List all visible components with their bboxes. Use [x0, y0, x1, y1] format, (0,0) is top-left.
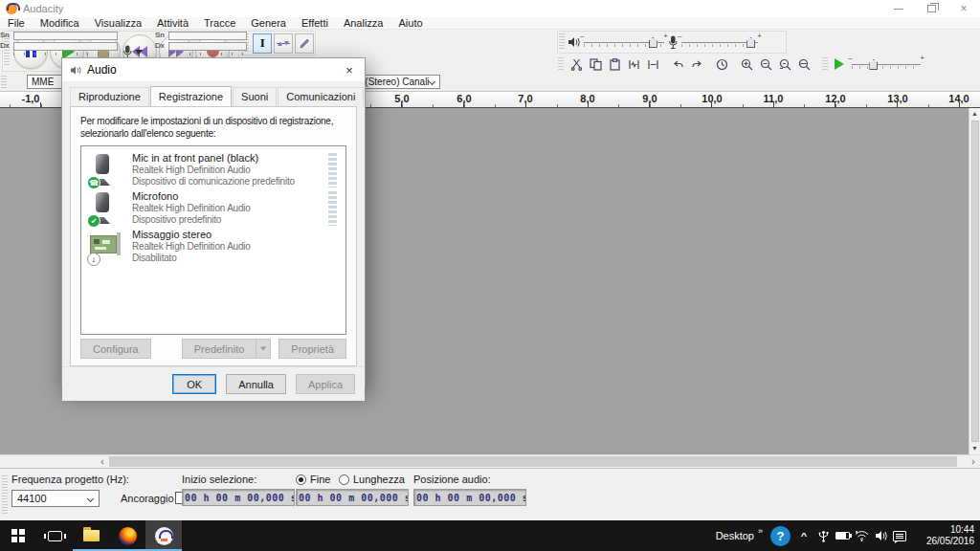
- audacity-taskbar-button[interactable]: [145, 520, 182, 551]
- selection-start-field[interactable]: 00 h 00 m 00,000 s▼: [182, 489, 295, 506]
- length-radio[interactable]: Lunghezza: [339, 474, 405, 485]
- cut-button[interactable]: [567, 56, 586, 72]
- firefox-button[interactable]: [109, 520, 145, 551]
- speaker-icon[interactable]: [871, 520, 890, 551]
- dialog-close-button[interactable]: ×: [334, 58, 365, 81]
- toolbar-grip[interactable]: [2, 475, 8, 514]
- device-row[interactable]: ✔ Microfono Realtek High Definition Audi…: [84, 188, 343, 227]
- horizontal-scrollbar[interactable]: ‹ ›: [0, 454, 980, 468]
- fit-project-button[interactable]: [794, 56, 813, 72]
- menu-bar: File Modifica Visualizza Attività Tracce…: [0, 17, 980, 30]
- copy-icon: [590, 58, 602, 71]
- envelope-tool-button[interactable]: [274, 33, 293, 54]
- selection-tool-button[interactable]: I: [253, 33, 272, 54]
- title-bar: Audacity ×: [0, 0, 980, 17]
- desktop-overflow-chevron[interactable]: »: [758, 526, 763, 536]
- properties-button[interactable]: Proprietà: [278, 339, 346, 359]
- input-volume-thumb[interactable]: [746, 37, 755, 48]
- zoom-out-button[interactable]: [756, 56, 775, 72]
- end-radio[interactable]: Fine: [296, 474, 330, 485]
- configure-button[interactable]: Configura: [80, 339, 151, 359]
- ok-button[interactable]: OK: [172, 374, 216, 394]
- menu-transport[interactable]: Attività: [149, 17, 196, 30]
- taskbar-clock[interactable]: 10:44 26/05/2016: [917, 524, 974, 547]
- tab-riproduzione[interactable]: Riproduzione: [70, 87, 149, 107]
- audio-position-label: Posizione audio:: [413, 474, 491, 485]
- stereo-mix-device-icon: ↓: [88, 229, 122, 265]
- device-row[interactable]: ↓ Missaggio stereo Realtek High Definiti…: [84, 227, 343, 265]
- disabled-badge-icon: ↓: [87, 253, 100, 266]
- device-row[interactable]: ☎ Mic in at front panel (black) Realtek …: [84, 150, 343, 188]
- device-name: Mic in at front panel (black): [132, 152, 328, 165]
- menu-help[interactable]: Aiuto: [390, 17, 430, 30]
- redo-button[interactable]: [687, 56, 706, 72]
- set-default-button[interactable]: Predefinito: [182, 339, 256, 359]
- toolbar-grip[interactable]: [558, 57, 564, 71]
- vertical-scroll-thumb[interactable]: [971, 121, 979, 442]
- task-view-button[interactable]: [36, 520, 73, 551]
- tab-registrazione[interactable]: Registrazione: [150, 86, 232, 106]
- project-rate-dropdown[interactable]: 44100: [11, 490, 100, 507]
- device-description: Realtek High Definition Audio: [132, 165, 328, 176]
- copy-button[interactable]: [586, 56, 605, 72]
- undo-button[interactable]: [668, 56, 687, 72]
- trim-audio-button[interactable]: [624, 56, 643, 72]
- silence-audio-button[interactable]: [643, 56, 662, 72]
- horizontal-scroll-thumb[interactable]: [109, 456, 957, 467]
- dialog-title-bar[interactable]: Audio ×: [62, 58, 365, 81]
- help-icon[interactable]: ?: [770, 526, 791, 546]
- device-description: Realtek High Definition Audio: [132, 241, 341, 253]
- microphone-icon: [668, 35, 678, 50]
- menu-tracks[interactable]: Tracce: [196, 17, 243, 30]
- wifi-icon[interactable]: [852, 520, 871, 551]
- scroll-right-icon[interactable]: ›: [967, 455, 980, 468]
- tab-comunicazioni[interactable]: Comunicazioni: [278, 87, 364, 107]
- menu-analyze[interactable]: Analizza: [336, 17, 391, 30]
- menu-edit[interactable]: Modifica: [33, 17, 87, 30]
- tray-expand-chevron[interactable]: ^: [794, 524, 813, 547]
- menu-effects[interactable]: Effetti: [294, 17, 336, 30]
- play-speed-slider[interactable]: –+: [848, 56, 924, 72]
- output-volume-thumb[interactable]: [649, 37, 657, 48]
- toolbar-grip[interactable]: [822, 57, 828, 71]
- desktop-toolbar-label[interactable]: Desktop: [706, 530, 758, 541]
- play-at-speed-button[interactable]: [835, 58, 844, 70]
- output-volume-slider[interactable]: –+: [580, 34, 668, 50]
- meter-bar: [168, 32, 247, 40]
- close-button[interactable]: ×: [947, 0, 980, 17]
- minimize-button[interactable]: [882, 0, 915, 17]
- action-center-icon[interactable]: [890, 520, 909, 551]
- draw-tool-button[interactable]: [295, 33, 314, 54]
- scroll-down-icon[interactable]: ▼: [971, 443, 978, 454]
- zoom-out-icon: [760, 58, 772, 71]
- input-volume-slider[interactable]: –+: [678, 34, 762, 50]
- play-speed-thumb[interactable]: [869, 59, 878, 70]
- folder-icon: [83, 530, 100, 541]
- cancel-button[interactable]: Annulla: [226, 374, 286, 394]
- zoom-in-button[interactable]: [737, 56, 756, 72]
- restore-button[interactable]: [915, 0, 947, 17]
- usb-icon[interactable]: [813, 520, 833, 551]
- battery-icon[interactable]: [833, 520, 852, 551]
- audacity-logo-icon: [6, 3, 17, 14]
- menu-generate[interactable]: Genera: [243, 17, 294, 30]
- menu-view[interactable]: Visualizza: [87, 17, 149, 30]
- toolbar-grip[interactable]: [559, 33, 565, 51]
- tab-suoni[interactable]: Suoni: [233, 87, 277, 107]
- apply-button[interactable]: Applica: [296, 374, 355, 394]
- set-default-dropdown[interactable]: [256, 339, 271, 359]
- file-explorer-button[interactable]: [73, 520, 109, 551]
- audio-position-field[interactable]: 00 h 00 m 00,000 s▼: [413, 489, 526, 506]
- menu-file[interactable]: File: [0, 17, 33, 30]
- scroll-left-icon[interactable]: ‹: [96, 455, 109, 468]
- paste-button[interactable]: [605, 56, 624, 72]
- toolbar-grip[interactable]: [1, 76, 7, 89]
- microphone-device-icon: ✔: [88, 190, 122, 227]
- start-button[interactable]: [0, 520, 36, 551]
- fit-selection-button[interactable]: [775, 56, 794, 72]
- vertical-scrollbar[interactable]: ▲ ▼: [969, 108, 980, 454]
- sync-lock-button[interactable]: [712, 56, 731, 72]
- selection-end-field[interactable]: 00 h 00 m 00,000 s▼: [296, 489, 409, 506]
- scroll-up-icon[interactable]: ▲: [971, 108, 978, 120]
- meter-bar: [168, 42, 247, 51]
